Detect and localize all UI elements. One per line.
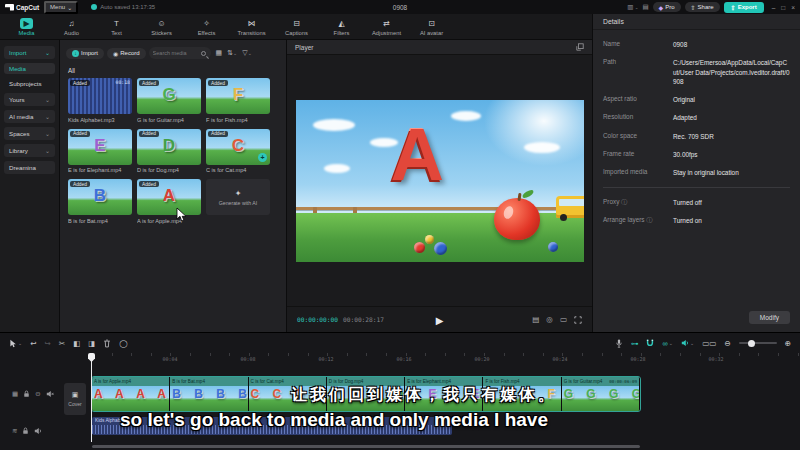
stickers-icon: ☺ [157,18,165,29]
media-item-e-is-for-elephant-mp4[interactable]: EAddedE is for Elephant.mp4 [68,129,132,174]
grid-view-icon[interactable]: ▦ [216,49,223,57]
delete-icon[interactable] [103,339,111,348]
duration-label: 08:18 [116,80,130,85]
export-button[interactable]: ⇧ Export [724,2,764,13]
yellow-ball [425,235,434,244]
timeline-clip-kids-alphabet-mp3[interactable]: Kids Alphabet.mp3 [92,417,452,435]
preview-axis-icon[interactable]: ▭▭ [702,339,716,348]
media-item-kids-alphabet-mp3[interactable]: 08:18AddedKids Alphabet.mp3 [68,78,132,123]
sidebar-item-spaces[interactable]: Spaces⌄ [4,127,55,140]
tab-ai-avatar[interactable]: ⊡AI avatar [409,18,454,36]
add-to-timeline-button[interactable]: + [258,153,267,162]
mute-track-icon[interactable] [46,390,54,398]
filter-icon[interactable]: ▽⌄ [242,49,252,57]
timeline-clip-g-is-for-guitar-mp4[interactable]: G is for Guitar.mp400:00:06:09G G G G [562,377,640,411]
media-item-b-is-for-bat-mp4[interactable]: BAddedB is for Bat.mp4 [68,179,132,224]
timeline-clip-e-is-for-elephant-mp4[interactable]: E is for Elephant.mp4E E E E [405,377,483,411]
mirror-preview-icon[interactable]: ⊶ [631,339,639,348]
cover-button[interactable]: ▣ Cover [64,383,86,415]
search-box[interactable] [149,47,211,59]
details-title: Details [593,14,800,30]
toggle-visibility-icon[interactable]: ⊙ [35,390,40,398]
marker-icon[interactable]: ◯ [119,339,127,348]
modify-button[interactable]: Modify [749,311,790,324]
sidebar-item-yours[interactable]: Yours⌄ [4,93,55,106]
media-item-c-is-for-cat-mp4[interactable]: CAdded+C is for Cat.mp4 [206,129,270,174]
zoom-slider-knob[interactable] [748,340,755,347]
play-button[interactable]: ▶ [436,314,444,325]
clip-label: F is for Fish.mp4 [483,377,560,386]
horizontal-scrollbar[interactable] [92,445,640,448]
maximize-button[interactable]: □ [781,4,785,11]
sidebar-item-media[interactable]: Media [4,63,55,74]
sidebar-item-library[interactable]: Library⌄ [4,144,55,157]
sidebar-item-ai-media[interactable]: AI media⌄ [4,110,55,123]
preview-window-icon[interactable]: ◎ [546,315,553,324]
chevron-down-icon: ⌄ [45,113,50,120]
layout-toggle-icon[interactable]: ▥ ⌄ [627,3,638,11]
undo-icon[interactable]: ↩ [30,339,36,348]
details-value: Stay in original location [673,168,790,177]
close-button[interactable]: × [791,4,795,11]
media-item-a-is-for-apple-mp4[interactable]: AAddedA is for Apple.mp4 [137,179,201,224]
media-filename: D is for Dog.mp4 [137,167,201,173]
tab-stickers[interactable]: ☺Stickers [139,18,184,36]
split-icon[interactable]: ✂ [59,339,65,348]
timeline-clip-f-is-for-fish-mp4[interactable]: F is for Fish.mp4F F F F [483,377,561,411]
timeline-clip-d-is-for-dog-mp4[interactable]: D is for Dog.mp4D D D D [327,377,405,411]
sidebar-item-subprojects[interactable]: Subprojects [4,78,55,89]
fullscreen-icon[interactable] [574,316,582,324]
link-clips-icon[interactable]: ∞⌄ [662,339,673,348]
zoom-out-icon[interactable]: ⊖ [724,339,730,348]
ratio-icon[interactable]: ▭ [560,315,567,324]
timeline-clip-c-is-for-cat-mp4[interactable]: C is for Cat.mp4C C C C [249,377,327,411]
details-label: Imported media [603,168,673,177]
minimize-button[interactable]: – [772,4,776,11]
tab-transitions[interactable]: ⋈Transitions [229,18,274,36]
voiceover-mic-icon[interactable] [615,339,623,348]
tab-adjustment[interactable]: ⇄Adjustment [364,18,409,36]
zoom-in-icon[interactable]: ⊕ [785,339,791,348]
timeline-zoom-slider[interactable] [739,342,777,344]
timeline-ruler[interactable]: 00:0400:0800:1200:1600:2000:2400:2800:32 [0,353,800,365]
media-item-g-is-for-guitar-mp4[interactable]: GAddedG is for Guitar.mp4 [137,78,201,123]
menu-button[interactable]: Menu ⌄ [44,1,78,14]
tab-media[interactable]: ▶Media [4,18,49,36]
audio-track-icon[interactable]: ⌄ [681,339,694,347]
record-button[interactable]: ◉ Record [107,48,146,59]
lock-track-icon[interactable] [22,427,29,435]
clip-frames: B B B B [170,386,247,411]
tab-filters[interactable]: ◭Filters [319,18,364,36]
detach-player-icon[interactable] [576,43,584,51]
tab-effects[interactable]: ✧Effects [184,18,229,36]
timeline-clip-a-is-for-apple-mp4[interactable]: A is for Apple.mp4A A A A [92,377,170,411]
pro-button[interactable]: ◆ Pro [653,2,681,12]
search-input[interactable] [153,50,199,56]
timeline-clip-b-is-for-bat-mp4[interactable]: B is for Bat.mp4B B B B [170,377,248,411]
tab-audio[interactable]: ♫Audio [49,18,94,36]
clip-name: Kids Alphabet.mp3 [92,417,452,424]
share-button[interactable]: ⇧ Share [685,2,720,12]
playhead[interactable] [91,354,92,442]
media-thumbnail: CAdded+ [206,129,270,165]
delete-right-icon[interactable]: ◨ [88,339,95,348]
panel-layout-icon[interactable]: ▤ [642,3,648,11]
tab-text[interactable]: TText [94,18,139,36]
magnet-snap-icon[interactable] [646,339,654,347]
lock-track-icon[interactable] [23,390,30,398]
school-bus-graphic [556,196,584,218]
redo-icon[interactable]: ↪ [45,339,51,348]
media-item-generate-with-ai[interactable]: ✦Generate with AI [206,179,270,215]
tab-captions[interactable]: ⊟Captions [274,18,319,36]
quality-icon[interactable]: ▤ [532,315,539,324]
delete-left-icon[interactable]: ◧ [73,339,80,348]
mute-track-icon[interactable] [34,427,42,435]
tab-label: Effects [198,30,216,36]
sort-icon[interactable]: ⇅⌄ [227,49,237,57]
select-tool-icon[interactable]: ⌄ [9,339,22,348]
media-item-d-is-for-dog-mp4[interactable]: DAddedD is for Dog.mp4 [137,129,201,174]
sidebar-item-dreamina[interactable]: Dreamina [4,161,55,174]
sidebar-item-import[interactable]: Import⌄ [4,46,55,59]
media-item-f-is-for-fish-mp4[interactable]: FAddedF is for Fish.mp4 [206,78,270,123]
import-button[interactable]: ↓ Import [66,48,104,59]
